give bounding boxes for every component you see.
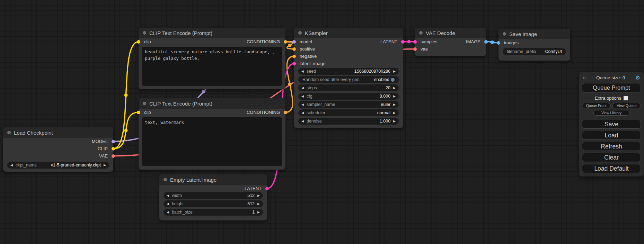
- decrement-arrow-icon[interactable]: ◀: [167, 210, 169, 214]
- widget-label: steps: [307, 85, 317, 90]
- node-title-bar[interactable]: Save Image: [499, 29, 570, 39]
- queue-prompt-button[interactable]: Queue Prompt: [582, 83, 641, 92]
- node-load-checkpoint[interactable]: Load Checkpoint MODEL CLIP VAE ◀ ckpt_na…: [3, 127, 113, 172]
- refresh-button[interactable]: Refresh: [582, 142, 641, 151]
- image-output-dot[interactable]: [484, 40, 488, 44]
- seed-widget[interactable]: ◀ seed 156680208700286 ▶: [298, 68, 399, 75]
- denoise-widget[interactable]: ◀ denoise 1.000 ▶: [298, 118, 399, 125]
- model-input-dot[interactable]: [292, 40, 296, 44]
- decrement-arrow-icon[interactable]: ◀: [301, 111, 304, 115]
- graph-canvas[interactable]: Load Checkpoint MODEL CLIP VAE ◀ ckpt_na…: [0, 0, 644, 244]
- clip-output-dot[interactable]: [112, 147, 115, 151]
- view-history-button[interactable]: View History: [593, 110, 629, 116]
- clip-input-dot[interactable]: [137, 111, 140, 114]
- decrement-arrow-icon[interactable]: ◀: [167, 202, 169, 206]
- latent-image-input-dot[interactable]: [292, 62, 296, 65]
- increment-arrow-icon[interactable]: ▶: [393, 103, 396, 106]
- collapse-toggle-icon[interactable]: [419, 31, 423, 35]
- positive-prompt-textarea[interactable]: beautiful scenery nature glass bottle la…: [142, 47, 282, 86]
- increment-arrow-icon[interactable]: ▶: [257, 210, 260, 214]
- node-title-bar[interactable]: VAE Decode: [415, 28, 486, 38]
- model-output-dot[interactable]: [112, 140, 115, 143]
- increment-arrow-icon[interactable]: ▶: [393, 94, 396, 98]
- conditioning-output-dot[interactable]: [284, 111, 287, 114]
- conditioning-output-dot[interactable]: [284, 40, 287, 44]
- increment-arrow-icon[interactable]: ▶: [393, 119, 396, 123]
- filename-prefix-widget[interactable]: filename_prefix ComfyUI: [503, 48, 566, 55]
- decrement-arrow-icon[interactable]: ◀: [301, 103, 304, 106]
- positive-input-dot[interactable]: [292, 47, 296, 51]
- decrement-arrow-icon[interactable]: ◀: [301, 94, 304, 98]
- seed-control-widget[interactable]: Random seed after every gen enabled: [298, 76, 399, 83]
- slot-label: LATENT: [245, 186, 262, 191]
- extra-options-checkbox[interactable]: [624, 96, 628, 100]
- widget-label: cfg: [307, 94, 312, 99]
- queue-front-button[interactable]: Queue Front: [582, 103, 611, 108]
- ckpt-name-widget[interactable]: ◀ ckpt_name v1-5-pruned-emaonly.ckpt ▶: [7, 162, 109, 169]
- node-title-bar[interactable]: Empty Latent Image: [159, 174, 267, 185]
- node-title: KSampler: [305, 30, 328, 36]
- link-midpoint-dot: [491, 40, 494, 44]
- extra-options-row: Extra options: [582, 95, 641, 101]
- vae-output-dot[interactable]: [112, 154, 115, 158]
- collapse-toggle-icon[interactable]: [143, 31, 146, 35]
- node-clip-text-encode-positive[interactable]: CLIP Text Encode (Prompt) clip CONDITION…: [139, 28, 285, 89]
- samples-input-dot[interactable]: [413, 40, 417, 44]
- decrement-arrow-icon[interactable]: ◀: [301, 70, 304, 73]
- drag-handle-icon[interactable]: ⠿: [583, 75, 586, 80]
- increment-arrow-icon[interactable]: ▶: [257, 202, 260, 206]
- save-button[interactable]: Save: [582, 120, 641, 129]
- collapse-toggle-icon[interactable]: [503, 32, 506, 36]
- cfg-widget[interactable]: ◀ cfg 8.000 ▶: [298, 93, 399, 100]
- decrement-arrow-icon[interactable]: ◀: [301, 86, 304, 90]
- images-input-dot[interactable]: [497, 41, 500, 45]
- height-widget[interactable]: ◀ height 512 ▶: [164, 200, 263, 207]
- width-widget[interactable]: ◀ width 512 ▶: [164, 192, 263, 199]
- collapse-toggle-icon[interactable]: [7, 131, 11, 134]
- slot-label: MODEL: [92, 139, 108, 144]
- widget-label: height: [172, 201, 184, 206]
- increment-arrow-icon[interactable]: ▶: [104, 163, 106, 167]
- input-slot-positive: positive: [294, 45, 403, 53]
- slot-label: IMAGE: [466, 39, 480, 44]
- node-vae-decode[interactable]: VAE Decode samples IMAGE vae: [415, 28, 486, 56]
- node-title-bar[interactable]: KSampler: [294, 28, 403, 38]
- collapse-toggle-icon[interactable]: [164, 178, 167, 181]
- node-save-image[interactable]: Save Image images filename_prefix ComfyU…: [499, 29, 570, 61]
- scheduler-widget[interactable]: ◀ scheduler normal ▶: [298, 109, 399, 116]
- clear-button[interactable]: Clear: [582, 153, 641, 162]
- collapse-toggle-icon[interactable]: [298, 31, 302, 35]
- increment-arrow-icon[interactable]: ▶: [257, 194, 260, 197]
- sampler-name-widget[interactable]: ◀ sampler_name euler ▶: [298, 101, 399, 108]
- increment-arrow-icon[interactable]: ▶: [393, 86, 396, 90]
- negative-input-dot[interactable]: [292, 55, 296, 58]
- slot-label: samples: [421, 39, 437, 44]
- node-title-bar[interactable]: CLIP Text Encode (Prompt): [139, 98, 285, 109]
- decrement-arrow-icon[interactable]: ◀: [167, 194, 169, 197]
- node-title-bar[interactable]: CLIP Text Encode (Prompt): [139, 28, 285, 38]
- slot-label: VAE: [99, 153, 108, 159]
- load-button[interactable]: Load: [582, 131, 641, 140]
- node-empty-latent-image[interactable]: Empty Latent Image LATENT ◀ width 512 ▶ …: [159, 174, 267, 220]
- latent-output-dot[interactable]: [265, 187, 269, 190]
- decrement-arrow-icon[interactable]: ◀: [10, 163, 13, 167]
- load-default-button[interactable]: Load Default: [582, 164, 641, 173]
- node-clip-text-encode-negative[interactable]: CLIP Text Encode (Prompt) clip CONDITION…: [139, 98, 285, 170]
- node-ksampler[interactable]: KSampler model LATENT positive negative …: [294, 28, 403, 128]
- decrement-arrow-icon[interactable]: ◀: [301, 119, 304, 123]
- increment-arrow-icon[interactable]: ▶: [393, 70, 396, 73]
- increment-arrow-icon[interactable]: ▶: [393, 111, 396, 115]
- node-title-bar[interactable]: Load Checkpoint: [3, 127, 113, 138]
- batch-size-widget[interactable]: ◀ batch_size 1 ▶: [164, 209, 263, 216]
- widget-value: 20: [386, 85, 390, 90]
- input-slot-negative: negative: [294, 53, 403, 60]
- view-queue-button[interactable]: View Queue: [612, 103, 641, 108]
- vae-input-dot[interactable]: [413, 47, 417, 51]
- toggle-indicator[interactable]: [391, 78, 395, 82]
- negative-prompt-textarea[interactable]: text, watermark: [142, 117, 282, 166]
- steps-widget[interactable]: ◀ steps 20 ▶: [298, 84, 399, 91]
- clip-input-dot[interactable]: [137, 40, 140, 44]
- collapse-toggle-icon[interactable]: [143, 102, 146, 105]
- latent-output-dot[interactable]: [401, 40, 405, 44]
- settings-gear-icon[interactable]: ⚙: [635, 74, 640, 81]
